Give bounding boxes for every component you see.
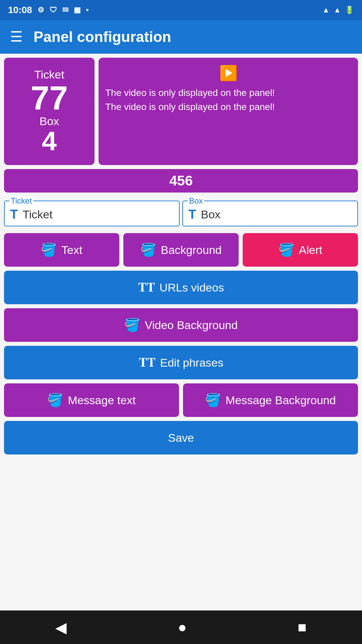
alert-button-label: Alert <box>299 244 322 257</box>
battery-icon: 🔋 <box>345 6 354 14</box>
recent-button[interactable]: ■ <box>288 615 317 639</box>
ticket-t-icon: T <box>10 207 18 222</box>
status-bar: 10:08 ⚙ 🛡 ✉ ▦ • ▲ ▲ 🔋 <box>0 0 362 20</box>
status-time: 10:08 <box>8 5 32 15</box>
save-button[interactable]: Save <box>4 421 358 454</box>
urls-text-icon: 𝐓𝐓 <box>138 280 155 295</box>
text-button-label: Text <box>61 244 82 257</box>
ticket-preview: Ticket 77 Box 4 <box>4 58 95 165</box>
ticket-number: 77 <box>31 81 68 115</box>
ticket-input-label: Ticket <box>9 196 33 206</box>
message-bg-paint-icon: 🪣 <box>205 393 221 408</box>
input-section: Ticket T Ticket Box T Box <box>4 201 358 226</box>
message-text-label: Message text <box>68 394 135 407</box>
calendar-icon: ▦ <box>74 6 81 14</box>
message-text-button[interactable]: 🪣 Message text <box>4 383 179 417</box>
box-input-label: Box <box>188 196 204 206</box>
shield-icon: 🛡 <box>50 6 57 14</box>
video-play-icon: ▶️ <box>219 64 238 82</box>
video-background-button[interactable]: 🪣 Video Background <box>4 308 358 342</box>
row-3: 🪣 Video Background <box>4 308 358 342</box>
edit-phrases-button[interactable]: 𝐓𝐓 Edit phrases <box>4 346 358 379</box>
bg-paint-icon: 🪣 <box>140 243 156 257</box>
urls-videos-label: URLs videos <box>160 281 224 294</box>
mail-icon: ✉ <box>62 6 68 14</box>
row-4: 𝐓𝐓 Edit phrases <box>4 346 358 379</box>
main-content: Ticket 77 Box 4 ▶️ The video is only dis… <box>0 54 362 610</box>
box-t-icon: T <box>188 207 196 222</box>
ticket-box-number: 4 <box>42 128 57 155</box>
page-title: Panel configuration <box>34 29 171 45</box>
alert-button[interactable]: 🪣 Alert <box>243 233 358 267</box>
video-bg-paint-icon: 🪣 <box>124 318 140 332</box>
gear-icon: ⚙ <box>38 6 44 14</box>
menu-icon[interactable]: ☰ <box>10 30 23 44</box>
row-2: 𝐓𝐓 URLs videos <box>4 271 358 304</box>
row-5: 🪣 Message text 🪣 Message Background <box>4 383 358 417</box>
number-bar-value: 456 <box>169 173 193 189</box>
signal-icon: ▲ <box>334 6 341 14</box>
edit-phrases-label: Edit phrases <box>160 356 224 369</box>
button-section: 🪣 Text 🪣 Background 🪣 Alert 𝐓𝐓 URLs vide… <box>0 226 362 454</box>
preview-section: Ticket 77 Box 4 ▶️ The video is only dis… <box>0 54 362 165</box>
ticket-input-value: Ticket <box>22 208 52 221</box>
box-input-value: Box <box>201 208 221 221</box>
urls-videos-button[interactable]: 𝐓𝐓 URLs videos <box>4 271 358 304</box>
back-button[interactable]: ◀ <box>45 615 77 639</box>
row-1: 🪣 Text 🪣 Background 🪣 Alert <box>4 233 358 267</box>
video-text-1: The video is only displayed on the panel… <box>105 86 275 100</box>
message-background-button[interactable]: 🪣 Message Background <box>183 383 358 417</box>
box-input-group: Box T Box <box>182 201 358 226</box>
text-button[interactable]: 🪣 Text <box>4 233 119 267</box>
row-6: Save <box>4 421 358 454</box>
wifi-icon: ▲ <box>322 6 329 14</box>
message-background-label: Message Background <box>226 394 336 407</box>
video-text-2: The video is only displayed on the panel… <box>105 100 275 114</box>
dot-icon: • <box>86 6 89 14</box>
app-bar: ☰ Panel configuration <box>0 20 362 54</box>
ticket-input-group: Ticket T Ticket <box>4 201 180 226</box>
alert-paint-icon: 🪣 <box>279 243 294 257</box>
number-bar: 456 <box>4 169 358 193</box>
message-text-paint-icon: 🪣 <box>47 393 63 408</box>
background-button[interactable]: 🪣 Background <box>123 233 239 267</box>
edit-phrases-text-icon: 𝐓𝐓 <box>139 355 156 370</box>
text-paint-icon: 🪣 <box>41 243 57 257</box>
save-label: Save <box>168 431 194 444</box>
nav-bar: ◀ ● ■ <box>0 610 362 644</box>
home-button[interactable]: ● <box>168 615 197 639</box>
video-preview: ▶️ The video is only displayed on the pa… <box>99 58 358 165</box>
video-background-label: Video Background <box>145 319 238 332</box>
background-button-label: Background <box>161 244 222 257</box>
